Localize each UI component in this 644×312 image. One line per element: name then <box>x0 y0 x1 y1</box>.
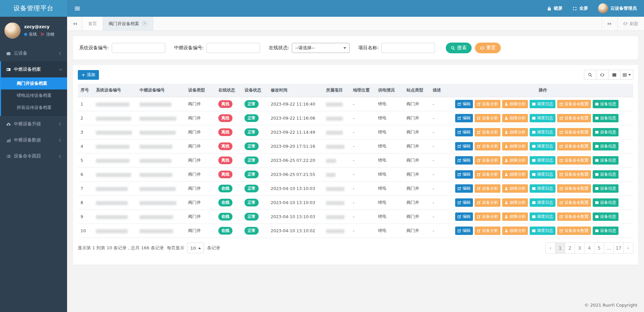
table-refresh-button[interactable] <box>596 70 608 80</box>
row-action-dispatch-log[interactable]: 调度日志 <box>530 128 555 136</box>
column-header-modified-time[interactable]: 修改时间 <box>268 84 323 97</box>
sidebar-subitem-lithium-remote-archive[interactable]: 锂电远传设备档案 <box>1 89 67 102</box>
row-action-device-analysis[interactable]: 设备分析 <box>475 212 500 221</box>
row-action-dispatch-log[interactable]: 调度日志 <box>530 100 555 108</box>
page-button-5[interactable]: 5 <box>594 242 604 254</box>
row-action-device-info[interactable]: 设备信息 <box>593 212 619 221</box>
row-action-dispatch-log[interactable]: 调度日志 <box>530 142 555 150</box>
row-action-device-info[interactable]: 设备信息 <box>593 156 619 165</box>
row-action-device-info[interactable]: 设备信息 <box>593 142 619 150</box>
row-action-dispatch-log[interactable]: 调度日志 <box>530 170 555 179</box>
row-action-edit[interactable]: 编辑 <box>455 128 473 136</box>
row-action-fault-analysis[interactable]: 故障分析 <box>502 128 528 136</box>
input-project-name[interactable] <box>381 43 435 53</box>
table-search-button[interactable] <box>584 70 596 80</box>
row-action-device-info[interactable]: 设备信息 <box>593 184 619 193</box>
page-size-select[interactable]: 10 <box>187 243 204 253</box>
row-action-device-analysis[interactable]: 设备分析 <box>475 114 500 122</box>
row-action-device-command-config[interactable]: 设备命令配置 <box>557 212 591 221</box>
add-button[interactable]: 添加 <box>78 70 99 80</box>
page-next-button[interactable]: › <box>623 242 633 254</box>
search-button[interactable]: 搜索 <box>446 43 472 53</box>
column-header-project[interactable]: 所属项目 <box>323 84 350 97</box>
page-button-17[interactable]: 17 <box>613 242 624 254</box>
input-zr-device-no[interactable] <box>206 43 260 53</box>
sidebar-item-zr-device-data[interactable]: 中燃设备数据 <box>0 132 67 148</box>
table-columns-button[interactable] <box>620 70 633 80</box>
column-header-operations[interactable]: 操作 <box>452 84 633 97</box>
row-action-fault-analysis[interactable]: 故障分析 <box>502 212 528 221</box>
tab-valve-well-archive[interactable]: 阀门井设备档案× <box>103 17 153 30</box>
row-action-device-info[interactable]: 设备信息 <box>593 100 619 108</box>
row-action-device-command-config[interactable]: 设备命令配置 <box>557 128 591 136</box>
row-action-device-command-config[interactable]: 设备命令配置 <box>557 198 591 207</box>
row-action-device-command-config[interactable]: 设备命令配置 <box>557 156 591 165</box>
sidebar-item-device-command-track[interactable]: 设备命令跟踪 <box>0 148 67 164</box>
row-action-device-command-config[interactable]: 设备命令配置 <box>557 227 591 235</box>
row-action-fault-analysis[interactable]: 故障分析 <box>502 184 528 193</box>
row-action-edit[interactable]: 编辑 <box>455 142 473 150</box>
row-action-device-analysis[interactable]: 设备分析 <box>475 198 500 207</box>
column-header-description[interactable]: 描述 <box>430 84 452 97</box>
row-action-fault-analysis[interactable]: 故障分析 <box>502 142 528 150</box>
page-prev-button[interactable]: ‹ <box>545 242 555 254</box>
row-action-edit[interactable]: 编辑 <box>455 198 473 207</box>
row-action-fault-analysis[interactable]: 故障分析 <box>502 100 528 108</box>
row-action-device-info[interactable]: 设备信息 <box>593 198 619 207</box>
sidebar-item-zr-device-upgrade[interactable]: 中燃设备升级 <box>0 116 67 132</box>
sidebar-subitem-valve-well-archive[interactable]: 阀门井设备档案 <box>1 77 67 89</box>
sidebar-toggle-button[interactable] <box>74 6 80 11</box>
column-header-device-type[interactable]: 设备类型 <box>185 84 216 97</box>
row-action-device-info[interactable]: 设备信息 <box>593 227 619 235</box>
row-action-device-analysis[interactable]: 设备分析 <box>475 100 500 108</box>
lock-screen-button[interactable]: 锁屏 <box>547 5 562 11</box>
row-action-device-info[interactable]: 设备信息 <box>593 114 619 122</box>
row-action-device-command-config[interactable]: 设备命令配置 <box>557 100 591 108</box>
row-action-fault-analysis[interactable]: 故障分析 <box>502 227 528 235</box>
row-action-dispatch-log[interactable]: 调度日志 <box>530 156 555 165</box>
tab-home[interactable]: 首页 <box>83 17 103 30</box>
input-system-device-no[interactable] <box>112 43 165 53</box>
row-action-edit[interactable]: 编辑 <box>455 170 473 179</box>
tabs-back-button[interactable] <box>67 17 83 30</box>
row-action-device-analysis[interactable]: 设备分析 <box>475 170 500 179</box>
row-action-dispatch-log[interactable]: 调度日志 <box>530 212 555 221</box>
row-action-device-command-config[interactable]: 设备命令配置 <box>557 184 591 193</box>
row-action-edit[interactable]: 编辑 <box>455 212 473 221</box>
column-header-power-supply[interactable]: 供电情况 <box>375 84 404 97</box>
row-action-device-command-config[interactable]: 设备命令配置 <box>557 170 591 179</box>
user-menu[interactable]: 云设备管理员 <box>598 3 637 13</box>
tab-close-icon[interactable]: × <box>142 21 147 26</box>
row-action-fault-analysis[interactable]: 故障分析 <box>502 114 528 122</box>
row-action-edit[interactable]: 编辑 <box>455 156 473 165</box>
sidebar-item-zr-device-archive[interactable]: 中燃设备档案 <box>1 61 67 77</box>
column-header-device-status[interactable]: 设备状态 <box>242 84 268 97</box>
row-action-device-analysis[interactable]: 设备分析 <box>475 156 500 165</box>
row-action-device-command-config[interactable]: 设备命令配置 <box>557 114 591 122</box>
row-action-dispatch-log[interactable]: 调度日志 <box>530 114 555 122</box>
row-action-device-info[interactable]: 设备信息 <box>593 170 619 179</box>
page-button-1[interactable]: 1 <box>555 242 565 254</box>
row-action-device-analysis[interactable]: 设备分析 <box>475 128 500 136</box>
column-header-system-device-no[interactable]: 系统设备编号 <box>93 84 137 97</box>
page-button-3[interactable]: 3 <box>575 242 585 254</box>
refresh-tab-button[interactable]: 刷新 <box>617 17 644 30</box>
sidebar-subitem-assembled-remote-archive[interactable]: 拼装远传设备档案 <box>1 102 67 114</box>
column-header-no[interactable]: 序号 <box>78 84 93 97</box>
page-button-4[interactable]: 4 <box>584 242 594 254</box>
column-header-geo-location[interactable]: 地理位置 <box>350 84 375 97</box>
row-action-edit[interactable]: 编辑 <box>455 184 473 193</box>
row-action-edit[interactable]: 编辑 <box>455 114 473 122</box>
row-action-fault-analysis[interactable]: 故障分析 <box>502 170 528 179</box>
row-action-fault-analysis[interactable]: 故障分析 <box>502 198 528 207</box>
row-action-fault-analysis[interactable]: 故障分析 <box>502 156 528 165</box>
row-action-device-analysis[interactable]: 设备分析 <box>475 142 500 150</box>
row-action-edit[interactable]: 编辑 <box>455 227 473 235</box>
row-action-dispatch-log[interactable]: 调度日志 <box>530 198 555 207</box>
sidebar-item-cloud-device[interactable]: 云设备 <box>0 45 67 61</box>
row-action-device-analysis[interactable]: 设备分析 <box>475 227 500 235</box>
fullscreen-button[interactable]: 全屏 <box>573 5 588 11</box>
row-action-dispatch-log[interactable]: 调度日志 <box>530 227 555 235</box>
row-action-device-command-config[interactable]: 设备命令配置 <box>557 142 591 150</box>
row-action-device-info[interactable]: 设备信息 <box>593 128 619 136</box>
